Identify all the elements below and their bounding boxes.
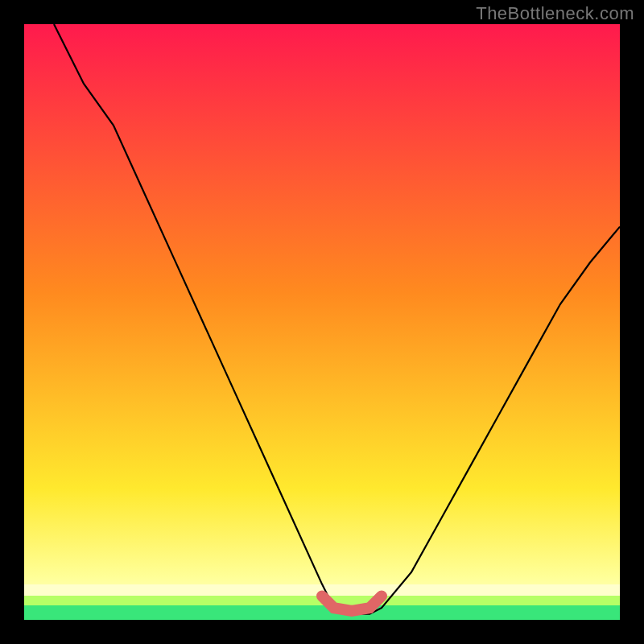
plot-area bbox=[24, 24, 620, 620]
band-green-target bbox=[24, 605, 620, 620]
plot-background bbox=[24, 24, 620, 620]
watermark-text: TheBottleneck.com bbox=[476, 3, 634, 24]
plot-svg bbox=[24, 24, 620, 620]
chart-frame: TheBottleneck.com bbox=[0, 0, 644, 644]
